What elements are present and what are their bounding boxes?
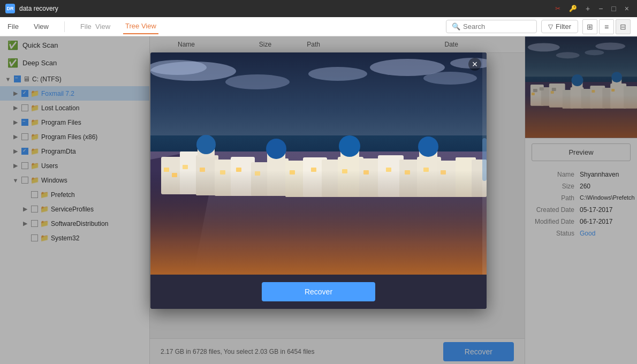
titlebar: DR data recovery ✂ 🔑 + − □ × bbox=[0, 0, 637, 17]
svg-rect-80 bbox=[423, 168, 429, 172]
svg-rect-70 bbox=[200, 168, 205, 172]
search-box: 🔍 bbox=[446, 20, 537, 33]
svg-rect-78 bbox=[386, 168, 391, 172]
scissors-icon[interactable]: ✂ bbox=[552, 4, 563, 13]
filter-icon: ▽ bbox=[548, 23, 553, 31]
menu-left: File View File View Tree View bbox=[5, 19, 158, 34]
tab-tree-view[interactable]: Tree View bbox=[123, 19, 158, 34]
svg-rect-71 bbox=[220, 170, 225, 175]
svg-point-35 bbox=[423, 72, 477, 85]
svg-rect-67 bbox=[164, 168, 169, 172]
svg-rect-68 bbox=[172, 173, 177, 177]
menu-view[interactable]: View bbox=[32, 19, 51, 34]
svg-rect-69 bbox=[183, 165, 188, 169]
menu-file[interactable]: File bbox=[5, 19, 21, 34]
svg-rect-81 bbox=[441, 170, 446, 175]
svg-rect-75 bbox=[311, 168, 316, 172]
svg-point-44 bbox=[196, 135, 216, 154]
modal-preview-image bbox=[150, 52, 487, 275]
svg-rect-79 bbox=[405, 170, 410, 175]
svg-rect-83 bbox=[482, 138, 487, 181]
svg-point-32 bbox=[225, 74, 290, 89]
key-icon[interactable]: 🔑 bbox=[566, 4, 580, 13]
modal-image-container bbox=[150, 52, 487, 275]
svg-rect-72 bbox=[236, 168, 241, 172]
svg-rect-76 bbox=[342, 169, 347, 173]
titlebar-left: DR data recovery bbox=[5, 4, 58, 13]
svg-rect-66 bbox=[150, 170, 487, 275]
large-view-button[interactable]: ⊟ bbox=[616, 19, 631, 34]
svg-point-50 bbox=[266, 139, 286, 159]
search-icon: 🔍 bbox=[452, 22, 460, 31]
app-title: data recovery bbox=[19, 5, 58, 12]
modal-close-button[interactable]: × bbox=[468, 58, 481, 71]
titlebar-controls: ✂ 🔑 + − □ × bbox=[552, 3, 632, 14]
app-logo: DR bbox=[5, 4, 15, 13]
menubar: File View File View Tree View 🔍 ▽ Filter… bbox=[0, 17, 637, 36]
grid-view-button[interactable]: ⊞ bbox=[582, 19, 597, 34]
svg-point-62 bbox=[418, 136, 438, 157]
search-input[interactable] bbox=[463, 22, 527, 31]
filter-button[interactable]: ▽ Filter bbox=[541, 20, 578, 33]
modal-footer: Recover bbox=[150, 275, 487, 309]
maximize-button[interactable]: □ bbox=[609, 3, 618, 14]
list-view-button[interactable]: ≡ bbox=[599, 19, 614, 34]
svg-rect-74 bbox=[290, 170, 295, 175]
image-preview-modal: × bbox=[150, 52, 487, 309]
plus-icon[interactable]: + bbox=[583, 3, 593, 14]
svg-rect-73 bbox=[255, 171, 260, 176]
svg-point-31 bbox=[150, 60, 207, 75]
view-toggle: ⊞ ≡ ⊟ bbox=[582, 19, 631, 34]
svg-point-56 bbox=[339, 135, 360, 157]
svg-rect-77 bbox=[363, 170, 369, 175]
svg-point-33 bbox=[308, 67, 367, 81]
modal-overlay: × bbox=[0, 36, 637, 364]
minimize-button[interactable]: − bbox=[596, 3, 605, 14]
recover-modal-button[interactable]: Recover bbox=[262, 282, 375, 301]
tab-file-view[interactable]: File View bbox=[78, 19, 112, 34]
close-button[interactable]: × bbox=[622, 3, 632, 14]
menu-right: 🔍 ▽ Filter ⊞ ≡ ⊟ bbox=[446, 19, 637, 34]
